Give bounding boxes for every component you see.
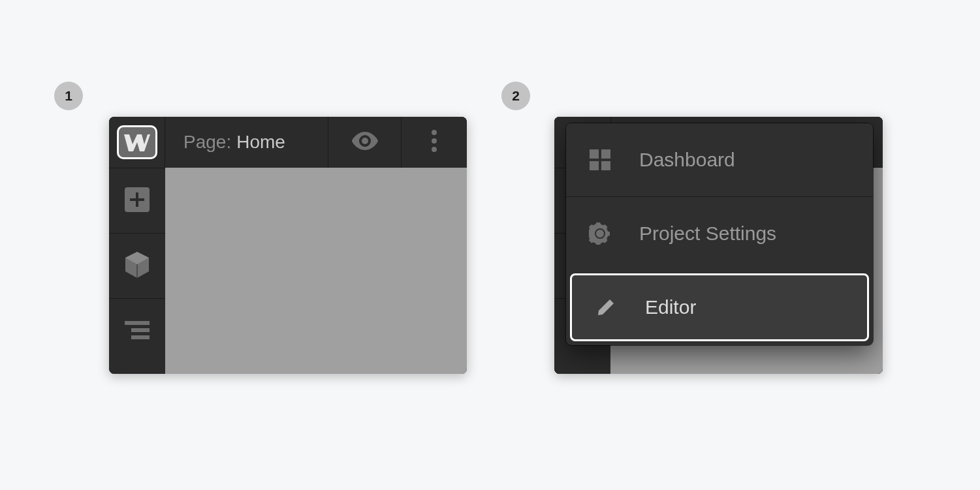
svg-rect-7 xyxy=(125,321,150,325)
svg-rect-8 xyxy=(131,328,150,332)
menu-item-label: Dashboard xyxy=(639,149,851,171)
menu-item-label: Editor xyxy=(645,296,845,318)
menu-item-label: Project Settings xyxy=(639,222,851,245)
screenshot-panel-1: Page: Home xyxy=(109,117,467,374)
svg-point-1 xyxy=(432,130,437,135)
page-selector[interactable]: Page: Home xyxy=(165,117,328,168)
designer-topbar: Page: Home xyxy=(109,117,467,168)
sidebar-navigator-button[interactable] xyxy=(109,298,165,363)
webflow-main-menu: Dashboard Project Settings Editor xyxy=(566,123,873,345)
webflow-logo-button[interactable] xyxy=(109,117,165,168)
svg-rect-6 xyxy=(130,198,144,201)
svg-rect-18 xyxy=(590,161,599,170)
menu-item-editor[interactable]: Editor xyxy=(570,273,869,341)
designer-canvas[interactable] xyxy=(165,168,467,374)
page-label-prefix: Page: xyxy=(183,132,231,153)
webflow-logo-icon xyxy=(117,125,157,159)
gear-icon xyxy=(588,222,612,245)
menu-item-project-settings[interactable]: Project Settings xyxy=(566,196,873,269)
svg-point-2 xyxy=(432,138,437,144)
more-menu-button[interactable] xyxy=(402,117,467,168)
plus-icon xyxy=(125,187,150,215)
navigator-icon xyxy=(125,321,150,342)
svg-point-0 xyxy=(362,138,368,144)
eye-icon xyxy=(351,132,379,153)
preview-button[interactable] xyxy=(328,117,402,168)
step-badge-2: 2 xyxy=(501,82,530,110)
screenshot-panel-2: Dashboard Project Settings Editor xyxy=(554,117,883,374)
cube-icon xyxy=(124,251,150,281)
menu-item-dashboard[interactable]: Dashboard xyxy=(566,123,873,196)
dashboard-icon xyxy=(588,149,612,170)
left-sidebar xyxy=(109,168,165,374)
page-label-name: Home xyxy=(236,132,285,153)
sidebar-symbols-button[interactable] xyxy=(109,233,165,298)
svg-rect-16 xyxy=(590,149,599,159)
svg-rect-9 xyxy=(131,335,150,339)
kebab-icon xyxy=(431,129,437,155)
pencil-icon xyxy=(594,298,618,317)
svg-point-3 xyxy=(432,147,437,152)
svg-rect-19 xyxy=(601,161,610,170)
step-badge-1: 1 xyxy=(54,82,83,110)
svg-rect-17 xyxy=(601,149,610,159)
sidebar-add-button[interactable] xyxy=(109,168,165,233)
